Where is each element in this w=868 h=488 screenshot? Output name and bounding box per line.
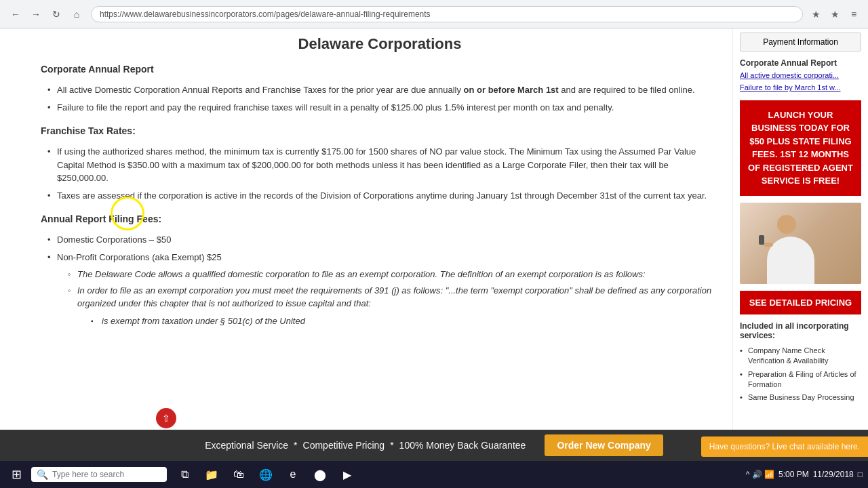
file-explorer-button[interactable]: 📁: [201, 464, 222, 485]
money-back-text: 100% Money Back Guarantee: [399, 440, 526, 451]
taskbar-time: 5:00 PM: [778, 470, 809, 479]
extensions-button[interactable]: ★: [827, 7, 842, 22]
search-icon: 🔍: [37, 469, 48, 480]
browser-toolbar: ← → ↻ ⌂ https://www.delawarebusinessinco…: [0, 0, 868, 28]
menu-button[interactable]: ≡: [846, 7, 861, 22]
filed-online-text: and are required to be filed online.: [559, 85, 695, 95]
taxes-assessed-text: Taxes are assessed if the corporation is…: [57, 190, 707, 201]
page-title: Delaware Corporations: [41, 35, 719, 53]
see-detailed-pricing-button[interactable]: SEE DETAILED PRICING: [740, 291, 861, 314]
person-body-shape: [767, 237, 814, 284]
franchise-tax-rates-list: If using the authorized shares method, t…: [47, 143, 719, 204]
list-item: Non-Profit Corporations (aka Exempt) $25…: [47, 249, 719, 333]
taskbar: ⊞ 🔍 ⧉ 📁 🛍 🌐 e ⬤ ▶ ^ 🔊 📶 5:00 PM 11/29/20…: [0, 461, 868, 488]
browser-actions: ★ ★ ≡: [808, 7, 861, 22]
preparation-filing-item: Preparation & Filing of Articles of Form…: [748, 370, 856, 388]
chrome-button[interactable]: ⬤: [309, 464, 331, 485]
live-chat-widget[interactable]: Have questions? Live chat available here…: [701, 436, 868, 457]
ie-button[interactable]: e: [282, 464, 304, 485]
list-item: Company Name Check Verification & Availa…: [740, 344, 861, 368]
taskbar-pinned-icons: ⧉ 📁 🛍 🌐 e ⬤ ▶: [174, 464, 358, 485]
sidebar-annual-report-link2[interactable]: Failure to file by March 1st w...: [740, 83, 861, 93]
nav-buttons: ← → ↻ ⌂: [7, 5, 85, 23]
home-button[interactable]: ⌂: [68, 5, 85, 23]
list-item: Domestic Corporations – $50: [47, 231, 719, 249]
corporate-annual-report-heading: Corporate Annual Report: [41, 64, 719, 75]
person-head-shape: [777, 215, 796, 234]
search-input[interactable]: [52, 470, 154, 479]
edge-button[interactable]: 🌐: [255, 464, 277, 485]
penalty-text: Failure to file the report and pay the r…: [57, 102, 614, 113]
bookmark-star-button[interactable]: ★: [808, 7, 823, 22]
payment-information-button[interactable]: Payment Information: [740, 33, 861, 52]
filing-fees-list: Domestic Corporations – $50 Non-Profit C…: [47, 231, 719, 332]
taskbar-date: 11/29/2018: [813, 470, 854, 479]
filing-fees-heading: Annual Report Filing Fees:: [41, 214, 719, 224]
list-item: Preparation & Filing of Articles of Form…: [740, 368, 861, 392]
list-item: is exempt from taxation under § 501(c) o…: [91, 313, 719, 329]
exempt-corp-sub-list: is exempt from taxation under § 501(c) o…: [91, 313, 719, 329]
person-hand-shape: [764, 243, 773, 247]
forward-button[interactable]: →: [27, 5, 45, 23]
franchise-tax-text: All active Domestic Corporation Annual R…: [57, 85, 464, 95]
irs-exemption-text: is exempt from taxation under § 501(c) o…: [102, 316, 305, 326]
franchise-tax-rates-heading: Franchise Tax Rates:: [41, 125, 719, 136]
list-item: Same Business Day Processing: [740, 391, 861, 404]
back-button[interactable]: ←: [7, 5, 24, 23]
url-bar[interactable]: https://www.delawarebusinessincorporator…: [91, 6, 803, 22]
store-button[interactable]: 🛍: [228, 464, 250, 485]
company-name-check-item: Company Name Check Verification & Availa…: [748, 346, 828, 365]
taskbar-search-box[interactable]: 🔍: [31, 467, 167, 482]
separator-1: *: [294, 440, 297, 451]
phone-shape: [759, 235, 764, 245]
exempt-corp-requirements: In order to file as an exempt corporatio…: [77, 285, 711, 309]
sidebar-including-list: Company Name Check Verification & Availa…: [740, 344, 861, 405]
list-item: All active Domestic Corporation Annual R…: [47, 81, 719, 99]
media-button[interactable]: ▶: [336, 464, 358, 485]
main-content: Delaware Corporations Corporate Annual R…: [0, 28, 732, 461]
nonprofit-sub-list: The Delaware Code allows a qualified dom…: [68, 266, 719, 330]
sidebar-person-image: [740, 203, 861, 284]
domestic-corps-fee: Domestic Corporations – $50: [57, 235, 171, 245]
sidebar-promo-banner: LAUNCH YOUR BUSINESS TODAY FOR $50 PLUS …: [740, 100, 861, 196]
task-view-button[interactable]: ⧉: [174, 464, 195, 485]
system-tray-icons: ^ 🔊 📶: [746, 470, 774, 479]
sidebar-annual-report-link1[interactable]: All active domestic corporati...: [740, 70, 861, 81]
sidebar-including-title: Included in all incorporating services:: [740, 321, 861, 340]
list-item: If using the authorized shares method, t…: [47, 143, 719, 187]
delaware-code-text: The Delaware Code allows a qualified dom…: [77, 269, 646, 279]
list-item: Failure to file the report and pay the r…: [47, 99, 719, 117]
notification-button[interactable]: □: [858, 470, 863, 479]
competitive-pricing-text: Competitive Pricing: [303, 440, 385, 451]
list-item: Taxes are assessed if the corporation is…: [47, 187, 719, 205]
sidebar-annual-report-title: Corporate Annual Report: [740, 58, 861, 68]
list-item: In order to file as an exempt corporatio…: [68, 283, 719, 331]
march-1st-text: on or before March 1st: [464, 85, 559, 95]
taskbar-system-tray: ^ 🔊 📶 5:00 PM 11/29/2018 □: [746, 470, 863, 479]
same-day-processing-item: Same Business Day Processing: [748, 393, 854, 401]
list-item: The Delaware Code allows a qualified dom…: [68, 266, 719, 283]
exceptional-service-text: Exceptional Service: [205, 440, 288, 451]
nonprofit-fee: Non-Profit Corporations (aka Exempt) $25: [57, 252, 222, 262]
start-button[interactable]: ⊞: [5, 464, 27, 485]
separator-2: *: [390, 440, 393, 451]
order-new-company-button[interactable]: Order New Company: [545, 434, 663, 456]
authorized-shares-text: If using the authorized shares method, t…: [57, 146, 696, 183]
corporate-annual-report-list: All active Domestic Corporation Annual R…: [47, 81, 719, 116]
right-sidebar: Payment Information Corporate Annual Rep…: [732, 28, 868, 461]
scroll-to-top-button[interactable]: ⇧: [156, 408, 176, 428]
page-content: Delaware Corporations Corporate Annual R…: [0, 28, 868, 461]
reload-button[interactable]: ↻: [47, 5, 65, 23]
